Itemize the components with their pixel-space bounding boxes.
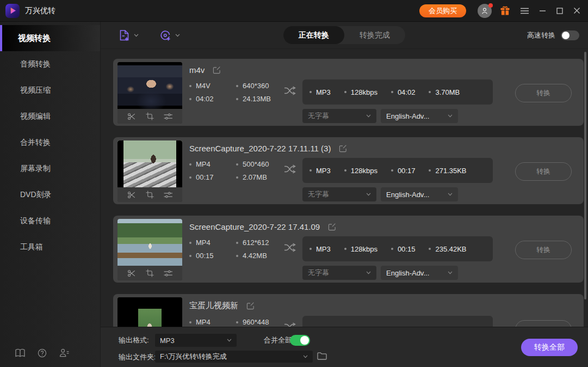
subtitle-select[interactable]: 无字幕 [302,187,376,201]
output-format-label: 输出格式: [119,334,149,347]
source-size: 2.07MB [243,173,267,181]
trim-icon[interactable] [127,112,136,121]
thumbnail-toolbar [117,266,182,280]
sidebar-item-合并转换[interactable]: 合并转换 [0,130,100,156]
media-title: m4v [189,65,205,75]
thumbnail-image [117,140,182,187]
target-duration: 00:15 [398,245,416,253]
tab-converting[interactable]: 正在转换 [283,26,344,44]
chevron-down-icon [303,355,308,358]
chevron-down-icon [366,193,371,196]
target-format: MP3 [316,167,331,175]
close-icon[interactable] [573,7,580,14]
source-format: MP4 [196,160,211,168]
contact-support-icon[interactable] [59,348,70,358]
source-format: MP4 [196,238,211,247]
sidebar-item-label: 音频转换 [20,59,51,69]
media-item: 宝蛋儿视频新 MP4 960*448 [113,294,584,327]
open-folder-icon[interactable] [317,352,327,360]
sidebar-item-工具箱[interactable]: 工具箱 [0,234,100,260]
video-thumbnail [117,62,182,124]
help-icon[interactable] [38,348,47,358]
maximize-icon[interactable] [556,8,563,14]
media-info: 宝蛋儿视频新 MP4 960*448 [189,296,578,327]
titlebar: 万兴优转 会员购买 [0,0,588,22]
convert-button[interactable]: 转换 [515,84,572,102]
target-format: MP3 [316,88,331,96]
app-window: 万兴优转 会员购买 [0,0,588,367]
high-speed-toggle[interactable] [561,30,579,40]
gift-icon[interactable] [500,5,510,16]
menu-icon[interactable] [521,8,529,14]
sidebar-item-label: 视频转换 [18,33,51,44]
membership-buy-button[interactable]: 会员购买 [419,4,466,17]
convert-all-button[interactable]: 转换全部 [521,339,578,356]
source-format: M4V [196,82,211,90]
source-resolution: 640*360 [243,82,269,90]
media-info: ScreenCapture_2020-7-22 17.11.11 (3) MP4… [189,139,578,202]
video-thumbnail [117,140,182,202]
trim-icon[interactable] [127,269,136,278]
media-info: ScreenCapture_2020-7-22 17.41.09 MP4 612… [189,218,578,280]
thumbnail-image [117,62,182,109]
notification-dot [488,3,493,8]
sidebar-item-label: 屏幕录制 [20,164,51,174]
sidebar-item-视频转换[interactable]: 视频转换 [0,25,100,51]
crop-icon[interactable] [146,269,154,277]
app-logo-icon [5,4,20,18]
crop-icon[interactable] [146,112,154,120]
sidebar-item-视频编辑[interactable]: 视频编辑 [0,103,100,130]
audio-track-select[interactable]: English-Adv... [381,187,458,201]
subtitle-select[interactable]: 无字幕 [302,266,376,280]
sidebar-item-音频转换[interactable]: 音频转换 [0,51,100,77]
thumbnail-toolbar [117,109,182,124]
convert-button[interactable] [515,320,572,327]
sidebar-item-DVD刻录[interactable]: DVD刻录 [0,182,100,208]
rename-icon[interactable] [339,144,347,152]
effects-icon[interactable] [164,270,172,277]
sidebar-item-label: 视频压缩 [20,85,51,95]
chevron-down-icon [448,271,453,274]
audio-track-select[interactable]: English-Adv... [381,109,458,123]
convert-button[interactable]: 转换 [515,241,572,259]
rename-icon[interactable] [213,66,221,74]
app-title: 万兴优转 [25,6,55,16]
account-avatar[interactable] [478,4,492,18]
rename-icon[interactable] [246,302,255,310]
chevron-down-icon [366,114,371,118]
merge-toggle[interactable] [290,335,310,346]
media-list: m4v M4V 640*360 04:02 24.13MB [101,49,588,327]
toolbar: 正在转换 转换完成 高速转换 [101,22,588,49]
sidebar-item-视频压缩[interactable]: 视频压缩 [0,77,100,103]
subtitle-select[interactable]: 无字幕 [302,109,376,123]
scrollbar-thumb[interactable] [584,52,586,299]
target-info: MP3 128kbps 00:15 235.42KB [302,236,493,261]
tab-finished[interactable]: 转换完成 [344,26,405,44]
convert-button[interactable]: 转换 [515,162,572,181]
convert-arrow-icon [284,86,296,95]
effects-icon[interactable] [164,113,172,120]
audio-track-select[interactable]: English-Adv... [381,266,458,280]
convert-arrow-icon [284,243,296,252]
target-size: 3.70MB [435,88,460,96]
crop-icon[interactable] [146,191,154,199]
media-item: ScreenCapture_2020-7-22 17.41.09 MP4 612… [113,216,584,283]
effects-icon[interactable] [164,191,172,199]
minimize-icon[interactable] [539,7,546,14]
target-size: 271.35KB [435,167,466,175]
output-folder-select[interactable]: F:\万兴优转\转换完成 [155,351,313,363]
media-info: m4v M4V 640*360 04:02 24.13MB [189,61,578,124]
sidebar-item-屏幕录制[interactable]: 屏幕录制 [0,156,100,182]
source-info: M4V 640*360 04:02 24.13MB [189,82,283,103]
add-file-button[interactable] [119,29,139,41]
rename-icon[interactable] [328,223,336,231]
output-format-select[interactable]: MP3 [155,334,237,347]
audio-track-value: English-Adv... [386,191,429,199]
load-dvd-button[interactable] [159,29,180,41]
target-info: MP3 128kbps 00:17 271.35KB [302,158,493,183]
media-title: ScreenCapture_2020-7-22 17.11.11 (3) [189,144,331,153]
trim-icon[interactable] [127,191,136,199]
audio-track-value: English-Adv... [386,269,429,277]
manual-book-icon[interactable] [15,348,25,358]
sidebar-item-设备传输[interactable]: 设备传输 [0,208,100,234]
